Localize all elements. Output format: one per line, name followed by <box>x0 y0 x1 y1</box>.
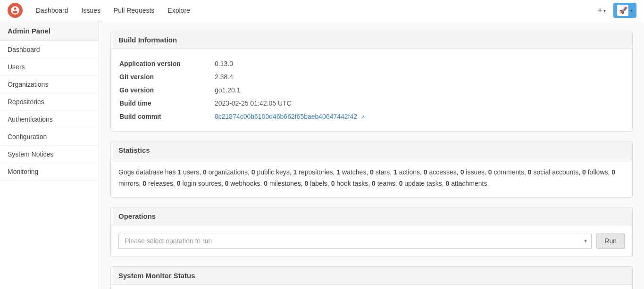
operation-select-wrapper: Please select operation to run ▾ <box>118 233 592 249</box>
plus-icon: + <box>597 6 602 16</box>
build-go-version-value: go1.20.1 <box>215 84 624 96</box>
table-row: Git version 2.38.4 <box>119 71 624 83</box>
sidebar-item-dashboard[interactable]: Dashboard <box>0 41 99 58</box>
table-row: Build commit 8c21874c00b6100d46b662f65ba… <box>119 110 624 123</box>
operations-body: Please select operation to run ▾ Run <box>111 225 632 256</box>
sidebar-item-repositories[interactable]: Repositories <box>0 93 99 111</box>
build-info-table: Application version 0.13.0 Git version 2… <box>118 57 625 124</box>
topnav: Dashboard Issues Pull Requests Explore +… <box>0 0 644 21</box>
run-button[interactable]: Run <box>596 233 625 249</box>
sidebar-item-authentications[interactable]: Authentications <box>0 111 99 128</box>
avatar-icon: 🚀 <box>617 5 628 16</box>
build-app-version-label: Application version <box>119 58 214 70</box>
build-time-value: 2023-02-25 01:42:05 UTC <box>215 97 624 109</box>
operations-row: Please select operation to run ▾ Run <box>118 233 625 249</box>
statistics-body: Gogs database has 1 users, 0 organizatio… <box>111 159 632 197</box>
sidebar-item-monitoring[interactable]: Monitoring <box>0 163 99 181</box>
external-link-icon: ↗ <box>360 114 365 120</box>
system-monitor-card: System Monitor Status <box>110 266 633 289</box>
build-git-version-label: Git version <box>119 71 214 83</box>
statistics-header: Statistics <box>111 141 632 159</box>
nav-pull-requests[interactable]: Pull Requests <box>108 4 160 17</box>
plus-caret-icon: ▾ <box>603 8 606 13</box>
avatar-caret-icon: ▾ <box>630 8 633 13</box>
user-avatar-button[interactable]: 🚀 ▾ <box>613 3 636 18</box>
sidebar-title: Admin Panel <box>0 21 99 41</box>
app-logo[interactable] <box>8 3 23 18</box>
nav-dashboard[interactable]: Dashboard <box>30 4 74 17</box>
sidebar-item-configuration[interactable]: Configuration <box>0 128 99 146</box>
operation-select[interactable]: Please select operation to run <box>118 233 592 249</box>
nav-links: Dashboard Issues Pull Requests Explore <box>30 4 594 17</box>
system-monitor-body <box>111 285 632 289</box>
build-commit-label: Build commit <box>119 110 214 123</box>
sidebar-item-organizations[interactable]: Organizations <box>0 76 99 93</box>
topnav-right: + ▾ 🚀 ▾ <box>594 3 636 18</box>
build-info-header: Build Information <box>111 31 632 49</box>
build-info-card: Build Information Application version 0.… <box>110 31 633 132</box>
table-row: Build time 2023-02-25 01:42:05 UTC <box>119 97 624 109</box>
build-info-body: Application version 0.13.0 Git version 2… <box>111 49 632 131</box>
build-commit-value: 8c21874c00b6100d46b662f65baeb40647442f42… <box>215 110 624 123</box>
statistics-text: Gogs database has 1 users, 0 organizatio… <box>118 167 625 190</box>
operations-header: Operations <box>111 207 632 225</box>
build-time-label: Build time <box>119 97 214 109</box>
sidebar-item-system-notices[interactable]: System Notices <box>0 146 99 163</box>
build-go-version-label: Go version <box>119 84 214 96</box>
table-row: Application version 0.13.0 <box>119 58 624 70</box>
build-app-version-value: 0.13.0 <box>215 58 624 70</box>
build-git-version-value: 2.38.4 <box>215 71 624 83</box>
nav-issues[interactable]: Issues <box>76 4 106 17</box>
table-row: Go version go1.20.1 <box>119 84 624 96</box>
main-content: Build Information Application version 0.… <box>99 21 644 289</box>
statistics-card: Statistics Gogs database has 1 users, 0 … <box>110 141 633 198</box>
build-commit-link[interactable]: 8c21874c00b6100d46b662f65baeb40647442f42 <box>215 113 357 120</box>
sidebar: Admin Panel Dashboard Users Organization… <box>0 21 99 289</box>
nav-explore[interactable]: Explore <box>162 4 195 17</box>
create-button[interactable]: + ▾ <box>594 4 610 17</box>
operations-card: Operations Please select operation to ru… <box>110 207 633 257</box>
sidebar-item-users[interactable]: Users <box>0 58 99 76</box>
system-monitor-header: System Monitor Status <box>111 267 632 285</box>
page-layout: Admin Panel Dashboard Users Organization… <box>0 21 644 289</box>
